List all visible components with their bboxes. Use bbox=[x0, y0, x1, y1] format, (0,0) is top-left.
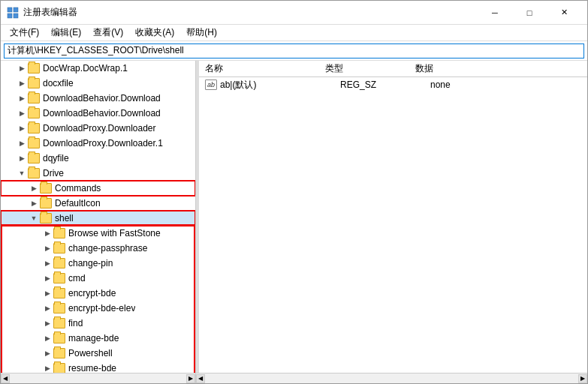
expand-icon-downloadproxy1[interactable]: ▶ bbox=[16, 122, 28, 134]
window-title: 注册表编辑器 bbox=[23, 6, 478, 19]
hscroll-right-left-arrow[interactable]: ◀ bbox=[196, 374, 205, 383]
tree-item-powershell[interactable]: ▶ Powershell bbox=[2, 346, 194, 361]
tree-panel[interactable]: ▶ DocWrap.DocWrap.1 ▶ docxfile ▶ Downloa… bbox=[1, 61, 196, 373]
expand-icon-downloadproxy2[interactable]: ▶ bbox=[16, 137, 28, 149]
menu-favorites[interactable]: 收藏夹(A) bbox=[129, 25, 180, 40]
expand-icon-defaulticon[interactable]: ▶ bbox=[28, 197, 40, 209]
tree-item-downloadbehavior2[interactable]: ▶ DownloadBehavior.Download bbox=[1, 106, 195, 121]
registry-editor-window: 注册表编辑器 ─ □ ✕ 文件(F) 编辑(E) 查看(V) 收藏夹(A) 帮助… bbox=[0, 0, 588, 384]
value-icon-ab: ab bbox=[205, 80, 217, 90]
col-header-type: 类型 bbox=[325, 62, 415, 75]
tree-item-encrypt-bde-elev[interactable]: ▶ encrypt-bde-elev bbox=[2, 301, 194, 316]
hscroll-right-right-arrow[interactable]: ▶ bbox=[578, 374, 587, 383]
menu-edit[interactable]: 编辑(E) bbox=[45, 25, 87, 40]
address-input[interactable] bbox=[4, 44, 584, 58]
expand-icon-dqyfile[interactable]: ▶ bbox=[16, 152, 28, 164]
svg-rect-0 bbox=[8, 8, 12, 12]
expand-icon-browse[interactable]: ▶ bbox=[41, 227, 53, 239]
tree-item-drive[interactable]: ▼ Drive bbox=[1, 166, 195, 181]
col-header-name: 名称 bbox=[205, 62, 325, 75]
tree-item-shell[interactable]: ▼ shell bbox=[1, 211, 195, 226]
tree-item-defaulticon[interactable]: ▶ DefaultIcon bbox=[1, 196, 195, 211]
tree-item-encrypt-bde[interactable]: ▶ encrypt-bde bbox=[2, 286, 194, 301]
tree-label-change-pin: change-pin bbox=[68, 258, 113, 268]
folder-icon-manage-bde bbox=[53, 333, 65, 344]
menu-view[interactable]: 查看(V) bbox=[87, 25, 129, 40]
expand-icon-commands[interactable]: ▶ bbox=[28, 182, 40, 194]
col-header-data: 数据 bbox=[415, 62, 581, 75]
title-bar: 注册表编辑器 ─ □ ✕ bbox=[1, 1, 587, 25]
tree-label-powershell: Powershell bbox=[68, 348, 113, 358]
folder-icon-powershell bbox=[53, 348, 65, 358]
tree-item-find[interactable]: ▶ find bbox=[2, 316, 194, 331]
folder-icon-commands bbox=[40, 183, 52, 194]
folder-icon-change-pin bbox=[53, 258, 65, 268]
tree-item-resume-bde[interactable]: ▶ resume-bde bbox=[2, 361, 194, 373]
tree-label-encrypt-bde-elev: encrypt-bde-elev bbox=[68, 303, 135, 314]
hscroll-right-arrow[interactable]: ▶ bbox=[186, 374, 195, 383]
expand-icon-downloadbehavior2[interactable]: ▶ bbox=[16, 107, 28, 119]
expand-icon-downloadbehavior1[interactable]: ▶ bbox=[16, 92, 28, 104]
tree-label-docxfile: docxfile bbox=[43, 78, 74, 88]
tree-label-docwrap: DocWrap.DocWrap.1 bbox=[43, 63, 128, 74]
svg-rect-1 bbox=[14, 8, 18, 12]
maximize-button[interactable]: □ bbox=[512, 1, 547, 25]
tree-item-manage-bde[interactable]: ▶ manage-bde bbox=[2, 331, 194, 346]
address-bar bbox=[1, 41, 587, 61]
right-panel: 名称 类型 数据 ab ab|(默认) REG_SZ none bbox=[199, 61, 587, 373]
hscroll-left-arrow[interactable]: ◀ bbox=[1, 374, 10, 383]
folder-icon-encrypt-bde-elev bbox=[53, 303, 65, 314]
left-hscroll: ◀ ▶ bbox=[1, 374, 196, 383]
expand-icon-change-passphrase[interactable]: ▶ bbox=[41, 242, 53, 254]
tree-label-manage-bde: manage-bde bbox=[68, 333, 119, 344]
tree-item-docxfile[interactable]: ▶ docxfile bbox=[1, 76, 195, 91]
expand-icon-find[interactable]: ▶ bbox=[41, 317, 53, 329]
tree-item-downloadbehavior1[interactable]: ▶ DownloadBehavior.Download bbox=[1, 91, 195, 106]
expand-icon-powershell[interactable]: ▶ bbox=[41, 347, 53, 359]
folder-icon-shell bbox=[40, 213, 52, 224]
folder-icon-change-passphrase bbox=[53, 243, 65, 254]
folder-icon-browse bbox=[53, 228, 65, 238]
expand-icon-resume-bde[interactable]: ▶ bbox=[41, 362, 53, 373]
regedit-icon bbox=[7, 7, 19, 19]
tree-label-cmd: cmd bbox=[68, 273, 86, 284]
expand-icon-docwrap[interactable]: ▶ bbox=[16, 62, 28, 74]
tree-label-commands: Commands bbox=[55, 183, 101, 194]
horizontal-scrollbar: ◀ ▶ ◀ ▶ bbox=[1, 373, 587, 383]
tree-item-dqyfile[interactable]: ▶ dqyfile bbox=[1, 151, 195, 166]
tree-item-commands[interactable]: ▶ Commands bbox=[1, 181, 195, 196]
tree-label-downloadbehavior1: DownloadBehavior.Download bbox=[43, 93, 161, 104]
tree-label-browse: Browse with FastStone bbox=[68, 228, 161, 238]
menu-file[interactable]: 文件(F) bbox=[4, 25, 45, 40]
main-content: ▶ DocWrap.DocWrap.1 ▶ docxfile ▶ Downloa… bbox=[1, 61, 587, 373]
tree-item-downloadproxy1[interactable]: ▶ DownloadProxy.Downloader bbox=[1, 121, 195, 136]
menu-bar: 文件(F) 编辑(E) 查看(V) 收藏夹(A) 帮助(H) bbox=[1, 25, 587, 41]
tree-label-downloadproxy2: DownloadProxy.Downloader.1 bbox=[43, 138, 163, 148]
tree-item-browse[interactable]: ▶ Browse with FastStone bbox=[2, 226, 194, 241]
tree-item-downloadproxy2[interactable]: ▶ DownloadProxy.Downloader.1 bbox=[1, 136, 195, 151]
tree-item-cmd[interactable]: ▶ cmd bbox=[2, 271, 194, 286]
close-button[interactable]: ✕ bbox=[547, 1, 581, 25]
tree-label-drive: Drive bbox=[43, 168, 64, 178]
tree-item-change-passphrase[interactable]: ▶ change-passphrase bbox=[2, 241, 194, 256]
tree-label-dqyfile: dqyfile bbox=[43, 153, 69, 164]
expand-icon-encrypt-bde-elev[interactable]: ▶ bbox=[41, 302, 53, 314]
right-row-data: none bbox=[430, 80, 581, 90]
folder-icon-drive bbox=[28, 168, 40, 178]
expand-icon-cmd[interactable]: ▶ bbox=[41, 272, 53, 284]
expand-icon-encrypt-bde[interactable]: ▶ bbox=[41, 287, 53, 299]
expand-icon-shell[interactable]: ▼ bbox=[28, 212, 40, 224]
tree-label-shell: shell bbox=[55, 213, 74, 224]
expand-icon-manage-bde[interactable]: ▶ bbox=[41, 332, 53, 344]
tree-item-change-pin[interactable]: ▶ change-pin bbox=[2, 256, 194, 271]
expand-icon-drive[interactable]: ▼ bbox=[16, 167, 28, 179]
right-row-default[interactable]: ab ab|(默认) REG_SZ none bbox=[199, 77, 587, 92]
folder-icon-docwrap bbox=[28, 63, 40, 74]
tree-label-encrypt-bde: encrypt-bde bbox=[68, 288, 116, 298]
menu-help[interactable]: 帮助(H) bbox=[180, 25, 223, 40]
expand-icon-docxfile[interactable]: ▶ bbox=[16, 77, 28, 89]
tree-item-docwrap[interactable]: ▶ DocWrap.DocWrap.1 bbox=[1, 61, 195, 76]
folder-icon-downloadbehavior2 bbox=[28, 108, 40, 118]
minimize-button[interactable]: ─ bbox=[478, 1, 512, 25]
expand-icon-change-pin[interactable]: ▶ bbox=[41, 257, 53, 269]
